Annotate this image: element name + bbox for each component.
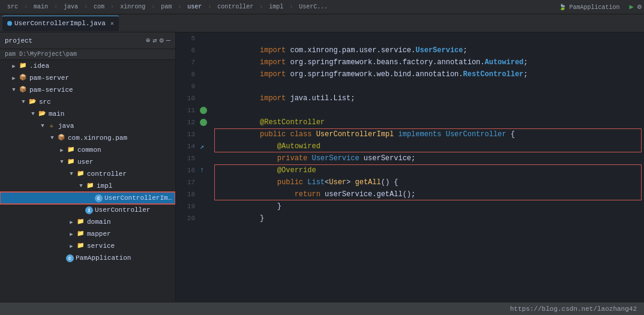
arrow-icon: ▼ bbox=[38, 123, 47, 129]
package-icon: 📁 bbox=[66, 158, 76, 166]
arrow-icon: ▶ bbox=[67, 219, 76, 226]
autowired-gutter-icon[interactable]: ↗ bbox=[200, 142, 204, 151]
tree-item-pamapplication[interactable]: C PamApplication bbox=[0, 252, 175, 264]
arrow-icon: ▶ bbox=[58, 147, 66, 154]
line-num-16: 16 bbox=[176, 164, 200, 176]
arrow-icon: ▼ bbox=[77, 183, 85, 189]
nav-tab-pam[interactable]: pam bbox=[156, 2, 176, 11]
tree-label: pam-service bbox=[29, 86, 73, 94]
run-gutter-icon[interactable] bbox=[200, 119, 207, 126]
gutter-14: ↗ bbox=[200, 140, 214, 152]
tree-item-usercontrollerimpl[interactable]: C UserControllerImpl bbox=[0, 192, 175, 204]
tree-item-pam-service[interactable]: ▼ 📦 pam-service bbox=[0, 84, 175, 96]
code-content-area[interactable]: 5 6 7 8 9 10 11 12 13 14 15 16 17 18 19 … bbox=[176, 32, 644, 302]
gutter: ↗ ↑ bbox=[200, 32, 214, 302]
arrow-icon: ▼ bbox=[58, 159, 66, 165]
code-line-12: public class UserControllerImpl implemen… bbox=[217, 116, 644, 128]
run-icon[interactable]: ▶ bbox=[630, 2, 634, 11]
java-icon: ☕ bbox=[47, 122, 56, 130]
status-url: https://blog.csdn.net/laozhang42 bbox=[510, 305, 637, 313]
tree-item-impl[interactable]: ▼ 📁 impl bbox=[0, 180, 175, 192]
tree-label: common bbox=[77, 146, 101, 154]
gutter-8 bbox=[200, 68, 214, 80]
line-num-13: 13 bbox=[176, 128, 200, 140]
sidebar-header: project ⊕ ⇄ ⚙ — bbox=[0, 32, 175, 49]
code-line-11: @RestController bbox=[217, 104, 644, 116]
tree-item-mapper[interactable]: ▶ 📁 mapper bbox=[0, 228, 175, 240]
arrow-icon: ▼ bbox=[10, 87, 18, 93]
project-path: pam D:\MyProject\pam bbox=[0, 49, 175, 60]
folder-icon: 📁 bbox=[85, 182, 95, 190]
gutter-17 bbox=[200, 176, 214, 188]
tree-item-java[interactable]: ▼ ☕ java bbox=[0, 120, 175, 132]
code-line-18: } bbox=[217, 188, 644, 200]
tree-label: PamApplication bbox=[76, 254, 131, 262]
code-lines[interactable]: import com.xinrong.pam.user.service.User… bbox=[214, 32, 644, 302]
code-line-5: import com.xinrong.pam.user.service.User… bbox=[217, 32, 644, 44]
gutter-18 bbox=[200, 188, 214, 200]
tree-label: java bbox=[58, 122, 74, 130]
tree-item-package[interactable]: ▼ 📦 com.xinrong.pam bbox=[0, 132, 175, 144]
breadcrumb-nav: src › main › java › com › xinrong › pam … bbox=[0, 0, 644, 14]
status-bar: https://blog.csdn.net/laozhang42 bbox=[0, 302, 644, 315]
line-num-14: 14 bbox=[176, 140, 200, 152]
package-icon: 📁 bbox=[66, 146, 76, 154]
run-gutter-icon[interactable] bbox=[200, 107, 207, 114]
nav-tab-controller[interactable]: controller bbox=[212, 2, 258, 11]
gutter-16: ↑ bbox=[200, 164, 214, 176]
settings-icon[interactable]: ⚙ bbox=[637, 2, 642, 11]
code-line-19: } bbox=[217, 200, 644, 212]
tree-item-src[interactable]: ▼ 📂 src bbox=[0, 96, 175, 108]
folder-icon: 📁 bbox=[76, 218, 85, 226]
arrow-icon: ▶ bbox=[67, 231, 76, 238]
line-num-19: 19 bbox=[176, 200, 200, 212]
line-numbers: 5 6 7 8 9 10 11 12 13 14 15 16 17 18 19 … bbox=[176, 32, 200, 302]
tree-item-main[interactable]: ▼ 📂 main bbox=[0, 108, 175, 120]
tree-item-usercontroller[interactable]: I UserController bbox=[0, 204, 175, 216]
nav-tab-impl[interactable]: impl bbox=[264, 2, 288, 11]
tab-usercontrollerimpl[interactable]: UserControllerImpl.java ✕ bbox=[2, 16, 119, 31]
tree-label: pam-server bbox=[29, 74, 69, 82]
nav-tab-java[interactable]: java bbox=[59, 2, 83, 11]
line-num-15: 15 bbox=[176, 152, 200, 164]
tree-item-common[interactable]: ▶ 📁 common bbox=[0, 144, 175, 156]
line-num-9: 9 bbox=[176, 80, 200, 92]
sync-icon[interactable]: ⇄ bbox=[152, 36, 157, 45]
gutter-13 bbox=[200, 128, 214, 140]
tree-item-user[interactable]: ▼ 📁 user bbox=[0, 156, 175, 168]
add-icon[interactable]: ⊕ bbox=[146, 36, 150, 45]
tree-item-idea[interactable]: ▶ 📁 .idea bbox=[0, 60, 175, 72]
nav-tab-com[interactable]: com bbox=[89, 2, 109, 11]
gutter-20 bbox=[200, 212, 214, 224]
tree-label: main bbox=[49, 110, 64, 118]
tree-item-controller[interactable]: ▼ 📁 controller bbox=[0, 168, 175, 180]
nav-tab-pamapp[interactable]: 🍃 PamApplication bbox=[554, 2, 625, 12]
tree-label: controller bbox=[87, 170, 127, 178]
nav-tab-xinrong[interactable]: xinrong bbox=[115, 2, 150, 11]
nav-tab-userc[interactable]: UserC... bbox=[294, 2, 333, 11]
nav-tab-main[interactable]: main bbox=[29, 2, 53, 11]
code-line-14: private UserService userService; bbox=[217, 140, 644, 152]
arrow-icon: ▼ bbox=[48, 135, 56, 141]
minimize-icon[interactable]: — bbox=[166, 37, 170, 45]
line-num-12: 12 bbox=[176, 116, 200, 128]
info-icon: I bbox=[85, 206, 93, 214]
file-tree: ▶ 📁 .idea ▶ 📦 pam-server ▼ 📦 pam-service bbox=[0, 60, 175, 302]
tree-item-domain[interactable]: ▶ 📁 domain bbox=[0, 216, 175, 228]
line-num-11: 11 bbox=[176, 104, 200, 116]
code-line-10 bbox=[217, 92, 644, 104]
tree-label: src bbox=[39, 98, 51, 106]
line-num-18: 18 bbox=[176, 188, 200, 200]
nav-tab-user[interactable]: user bbox=[182, 2, 206, 11]
tab-close-button[interactable]: ✕ bbox=[110, 20, 114, 27]
override-gutter-icon[interactable]: ↑ bbox=[200, 166, 204, 175]
folder-icon: 📁 bbox=[18, 62, 28, 70]
tree-item-pam-server[interactable]: ▶ 📦 pam-server bbox=[0, 72, 175, 84]
tab-label: UserControllerImpl.java bbox=[14, 20, 106, 27]
tree-item-service[interactable]: ▶ 📁 service bbox=[0, 240, 175, 252]
sidebar-title: project bbox=[5, 37, 142, 44]
line-num-8: 8 bbox=[176, 68, 200, 80]
nav-tab-src[interactable]: src bbox=[2, 2, 23, 11]
line-num-17: 17 bbox=[176, 176, 200, 188]
settings-sidebar-icon[interactable]: ⚙ bbox=[160, 36, 164, 45]
